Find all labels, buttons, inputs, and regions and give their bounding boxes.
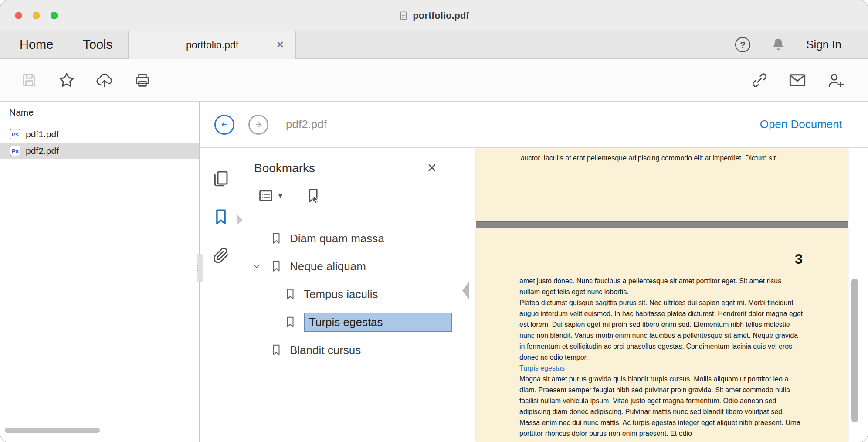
tab-home[interactable]: Home (20, 37, 53, 52)
bookmark-label: Blandit cursus (290, 343, 361, 357)
close-tab-icon[interactable]: ✕ (276, 39, 284, 51)
page-separator (476, 221, 848, 228)
attachments-paperclip-icon[interactable] (212, 246, 230, 265)
window-title: portfolio.pdf (413, 10, 469, 21)
bookmark-options-button[interactable]: ▾ (258, 187, 282, 204)
traffic-lights (0, 12, 58, 19)
bookmark-icon (270, 260, 283, 273)
close-window-button[interactable] (15, 12, 22, 19)
horizontal-scrollbar[interactable] (5, 428, 100, 433)
paragraph: Magna sit amet purus gravida quis blandi… (519, 374, 804, 439)
ps-file-icon: Ps (10, 129, 20, 139)
page-body-text: amet justo donec. Nunc faucibus a pellen… (519, 275, 804, 439)
page-number: 3 (795, 251, 803, 267)
document-tab[interactable]: portfolio.pdf ✕ (129, 31, 296, 59)
file-name: pdf2.pdf (26, 146, 59, 156)
minimize-window-button[interactable] (33, 12, 40, 19)
bookmarks-toolbar: ▾ (242, 175, 460, 213)
bookmark-icon (270, 343, 283, 357)
back-arrow-icon[interactable] (214, 115, 234, 135)
collapse-panel-arrow-icon[interactable] (462, 282, 469, 299)
viewer-row: Bookmarks ✕ ▾ (200, 148, 868, 442)
bookmarks-title: Bookmarks (254, 161, 315, 175)
toolbar-right (751, 71, 868, 89)
chevron-down-icon: ▾ (278, 191, 282, 201)
bookmark-item-diam-quam-massa[interactable]: Diam quam massa (242, 224, 460, 252)
portfolio-file-panel: Name Ps pdf1.pdf Ps pdf2.pdf (0, 102, 200, 442)
options-list-icon (258, 187, 274, 204)
current-document-name: pdf2.pdf (286, 118, 327, 131)
chevron-down-icon[interactable] (251, 261, 262, 272)
forward-arrow-icon[interactable] (248, 115, 268, 135)
help-icon[interactable]: ? (735, 37, 750, 52)
print-icon[interactable] (134, 71, 151, 89)
panel-splitter-handle[interactable]: ⋮⋮ (197, 254, 203, 282)
pdf-page-3: 3 amet justo donec. Nunc faucibus a pell… (476, 228, 848, 442)
tab-bar-right: ? Sign In (735, 31, 868, 58)
bookmark-label-selected: Turpis egestas (304, 313, 452, 332)
app-window: portfolio.pdf Home Tools portfolio.pdf ✕… (0, 0, 868, 442)
bookmark-icon (284, 316, 297, 329)
window-title-group: portfolio.pdf (0, 0, 868, 31)
page-thumbnails-icon[interactable] (212, 170, 230, 188)
open-document-link[interactable]: Open Document (760, 118, 842, 131)
toolbar (0, 59, 868, 102)
share-link-icon[interactable] (751, 71, 768, 89)
bookmarks-panel: Bookmarks ✕ ▾ (242, 148, 460, 442)
tab-tools[interactable]: Tools (83, 37, 112, 52)
content-area: Name Ps pdf1.pdf Ps pdf2.pdf ⋮⋮ (0, 102, 868, 442)
bookmark-item-turpis-egestas[interactable]: Turpis egestas (242, 308, 460, 336)
pdf-document-icon (399, 11, 408, 20)
title-bar: portfolio.pdf (0, 0, 868, 31)
document-area: pdf2.pdf Open Document (200, 102, 868, 442)
cloud-upload-icon[interactable] (95, 71, 114, 89)
navigation-pane-strip (200, 148, 242, 442)
bookmark-icon (270, 232, 283, 245)
save-icon[interactable] (20, 71, 38, 89)
page-text: auctor. Iaculis at erat pellentesque adi… (476, 148, 848, 163)
bookmark-item-blandit-cursus[interactable]: Blandit cursus (242, 336, 460, 364)
add-person-icon[interactable] (827, 71, 845, 89)
expand-current-bookmark-icon[interactable] (305, 187, 322, 204)
notifications-bell-icon[interactable] (770, 37, 786, 53)
email-icon[interactable] (788, 71, 807, 89)
bookmark-label: Neque aliquam (290, 260, 366, 273)
file-row-pdf2[interactable]: Ps pdf2.pdf (0, 143, 199, 159)
paragraph: Platea dictumst quisque sagittis purus s… (519, 297, 804, 363)
document-nav-bar: pdf2.pdf Open Document (200, 102, 868, 148)
sign-in-button[interactable]: Sign In (806, 38, 841, 51)
zoom-window-button[interactable] (51, 12, 58, 19)
tab-bar: Home Tools portfolio.pdf ✕ ? Sign In (0, 31, 868, 59)
bookmark-icon (284, 288, 297, 301)
ps-file-icon: Ps (10, 146, 20, 156)
active-panel-notch (237, 214, 243, 225)
in-document-link[interactable]: Turpis egestas (519, 364, 565, 372)
bookmark-item-neque-aliquam[interactable]: Neque aliquam (242, 252, 460, 280)
file-name: pdf1.pdf (26, 129, 59, 139)
bookmark-item-tempus-iaculis[interactable]: Tempus iaculis (242, 280, 460, 308)
pdf-page-view: auctor. Iaculis at erat pellentesque adi… (460, 148, 868, 442)
bookmark-label: Tempus iaculis (304, 288, 378, 301)
main-tabs: Home Tools (0, 31, 129, 58)
vertical-scrollbar[interactable] (851, 279, 858, 422)
paragraph: amet justo donec. Nunc faucibus a pellen… (519, 275, 804, 297)
star-favorite-icon[interactable] (58, 71, 75, 89)
bookmarks-header: Bookmarks ✕ (242, 148, 460, 175)
pdf-page-2-partial: auctor. Iaculis at erat pellentesque adi… (476, 148, 848, 221)
file-list-header: Name (0, 102, 199, 123)
bookmarks-panel-icon[interactable] (212, 208, 230, 226)
close-panel-icon[interactable]: ✕ (427, 161, 437, 175)
bookmark-label: Diam quam massa (290, 232, 384, 245)
document-tab-label: portfolio.pdf (186, 39, 238, 51)
file-row-pdf1[interactable]: Ps pdf1.pdf (0, 126, 199, 143)
file-list: Ps pdf1.pdf Ps pdf2.pdf (0, 123, 199, 159)
bookmarks-tree: Diam quam massa Neque aliquam (242, 213, 460, 364)
toolbar-left (0, 71, 151, 89)
